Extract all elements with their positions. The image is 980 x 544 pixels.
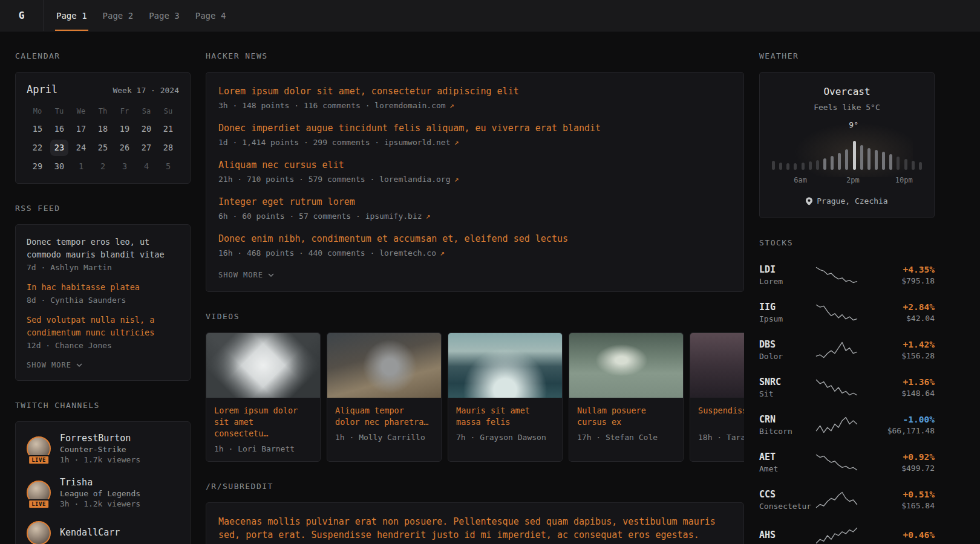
stock-change: +4.35% bbox=[901, 265, 935, 274]
external-link-icon[interactable]: ↗ bbox=[449, 101, 454, 110]
rss-item: Sed volutpat nulla nisl, a condimentum n… bbox=[27, 314, 179, 350]
stock-sparkline bbox=[815, 303, 858, 322]
weather-bar bbox=[802, 163, 805, 170]
video-thumbnail[interactable] bbox=[569, 333, 683, 398]
video-thumbnail[interactable] bbox=[690, 333, 744, 398]
stock-id: LDI Lorem bbox=[759, 264, 815, 286]
external-link-icon[interactable]: ↗ bbox=[440, 248, 445, 257]
calendar-day: 29 bbox=[27, 157, 48, 176]
weather-location-label: Prague, Czechia bbox=[817, 196, 887, 206]
stock-id: CCS Consectetur bbox=[759, 489, 815, 511]
calendar-day: 23 bbox=[50, 140, 68, 156]
page-tab[interactable]: Page 4 bbox=[194, 0, 227, 31]
twitch-channel[interactable]: KendallCarr bbox=[27, 521, 179, 544]
channel-name: Trisha bbox=[60, 477, 140, 488]
page-tab[interactable]: Page 3 bbox=[148, 0, 181, 31]
hn-item-meta: 21h · 710 points · 579 comments · loreml… bbox=[218, 175, 731, 184]
rss-item-title[interactable]: Donec tempor eros leo, ut commodo mauris… bbox=[27, 236, 179, 261]
stock-name: Lorem bbox=[759, 277, 815, 286]
calendar-section: Calendar April Week 17 · 2024 MoTuWeThFr… bbox=[15, 51, 191, 184]
hn-item-title[interactable]: Aliquam nec cursus elit bbox=[218, 158, 731, 172]
calendar-day: 2 bbox=[92, 157, 114, 176]
stock-change: +1.36% bbox=[901, 377, 935, 387]
video-title[interactable]: Nullam posuere cursus ex bbox=[577, 405, 675, 428]
stock-id: AHS bbox=[759, 529, 815, 542]
video-title[interactable]: Mauris sit amet massa felis bbox=[456, 405, 554, 428]
weather-bar bbox=[809, 161, 812, 170]
hn-item-title[interactable]: Donec imperdiet augue tincidunt felis al… bbox=[218, 121, 731, 135]
stock-row[interactable]: DBS Dolor +1.42% $156.28 bbox=[759, 331, 935, 369]
external-link-icon[interactable]: ↗ bbox=[454, 175, 459, 184]
app-logo[interactable]: G bbox=[0, 0, 44, 31]
stock-row[interactable]: CRN Bitcorn -1.00% $66,171.48 bbox=[759, 406, 935, 444]
external-link-icon[interactable]: ↗ bbox=[426, 212, 431, 221]
stock-values: +1.42% $156.28 bbox=[901, 340, 935, 360]
stock-change: +1.42% bbox=[901, 340, 935, 349]
twitch-section: Twitch Channels LIVE ForrestBurton Count… bbox=[15, 401, 191, 544]
page-tabs: Page 1 Page 2 Page 3 Page 4 bbox=[48, 0, 234, 31]
video-card[interactable]: Nullam posuere cursus ex 17h · Stefan Co… bbox=[569, 332, 684, 462]
rss-item-title[interactable]: Sed volutpat nulla nisl, a condimentum n… bbox=[27, 314, 179, 339]
calendar-day: 17 bbox=[70, 120, 92, 138]
calendar-day: 24 bbox=[70, 138, 92, 157]
video-meta: 7h · Grayson Dawson bbox=[456, 433, 554, 442]
weather-bar bbox=[845, 149, 848, 170]
stock-row[interactable]: AET Amet +0.92% $499.72 bbox=[759, 444, 935, 481]
calendar-day-header: Th bbox=[92, 103, 114, 120]
video-thumbnail[interactable] bbox=[206, 333, 320, 398]
video-title[interactable]: Aliquam tempor dolor nec pharetra… bbox=[335, 405, 433, 428]
hn-item-title[interactable]: Donec enim nibh, condimentum et accumsan… bbox=[218, 232, 731, 245]
video-card[interactable]: Suspendisse diam 18h · Tara Walton bbox=[690, 332, 744, 462]
video-card[interactable]: Lorem ipsum dolor sit amet consectetu… 1… bbox=[206, 332, 321, 462]
twitch-channel[interactable]: LIVE Trisha League of Legends 3h · 1.2k … bbox=[27, 477, 179, 508]
page-tab[interactable]: Page 2 bbox=[102, 0, 135, 31]
stocks-section-title: Stocks bbox=[759, 238, 935, 247]
twitch-channel[interactable]: LIVE ForrestBurton Counter-Strike 1h · 1… bbox=[27, 433, 179, 464]
channel-info: Trisha League of Legends 3h · 1.2k viewe… bbox=[60, 477, 140, 508]
stock-name: Sit bbox=[759, 389, 815, 398]
video-title[interactable]: Suspendisse diam bbox=[698, 405, 744, 428]
stock-row[interactable]: AHS +0.46% bbox=[759, 519, 935, 544]
stock-price: $66,171.48 bbox=[887, 426, 935, 435]
hn-item-meta-text: 16h · 468 points · 440 comments · loremt… bbox=[218, 248, 436, 257]
calendar-month: April bbox=[27, 83, 57, 96]
weather-bar bbox=[875, 150, 878, 170]
weather-bar bbox=[897, 157, 900, 170]
hn-item-title[interactable]: Lorem ipsum dolor sit amet, consectetur … bbox=[218, 85, 731, 98]
stock-ticker: IIG bbox=[759, 302, 815, 312]
weather-section-title: Weather bbox=[759, 51, 935, 60]
hn-item-meta-text: 1d · 1,414 points · 299 comments · ipsum… bbox=[218, 138, 451, 147]
calendar-week-year: Week 17 · 2024 bbox=[113, 86, 179, 95]
video-thumbnail[interactable] bbox=[327, 333, 441, 398]
weather-bar bbox=[919, 162, 922, 170]
calendar-day: 4 bbox=[136, 157, 157, 176]
show-more-button[interactable]: Show More bbox=[218, 271, 274, 279]
hn-item-meta: 1d · 1,414 points · 299 comments · ipsum… bbox=[218, 138, 731, 147]
channel-viewers: 1h · 1.7k viewers bbox=[60, 455, 140, 464]
page-tab[interactable]: Page 1 bbox=[55, 0, 88, 31]
stock-change: +0.46% bbox=[903, 530, 935, 540]
videos-section: Videos Lorem ipsum dolor sit amet consec… bbox=[206, 312, 744, 462]
calendar-day: 3 bbox=[114, 157, 136, 176]
calendar-day: 5 bbox=[157, 157, 179, 176]
video-card[interactable]: Aliquam tempor dolor nec pharetra… 1h · … bbox=[327, 332, 442, 462]
weather-bar bbox=[889, 154, 892, 170]
stock-row[interactable]: IIG Ipsum +2.84% $42.04 bbox=[759, 294, 935, 331]
video-thumbnail[interactable] bbox=[448, 333, 562, 398]
reddit-post-title[interactable]: Maecenas mollis pulvinar erat non posuer… bbox=[218, 515, 731, 542]
channel-game: League of Legends bbox=[60, 489, 140, 498]
stock-row[interactable]: SNRC Sit +1.36% $148.64 bbox=[759, 369, 935, 406]
video-meta: 1h · Lori Barnett bbox=[214, 444, 312, 453]
calendar-day-header: Tu bbox=[48, 103, 70, 120]
rss-item-title[interactable]: In hac habitasse platea bbox=[27, 281, 179, 294]
stock-price: $165.84 bbox=[901, 501, 935, 510]
external-link-icon[interactable]: ↗ bbox=[454, 138, 459, 147]
hn-item-title[interactable]: Integer eget rutrum lorem bbox=[218, 195, 731, 209]
video-card[interactable]: Mauris sit amet massa felis 7h · Grayson… bbox=[448, 332, 563, 462]
show-more-button[interactable]: Show More bbox=[27, 361, 82, 369]
stock-row[interactable]: CCS Consectetur +0.51% $165.84 bbox=[759, 481, 935, 519]
stock-ticker: CRN bbox=[759, 414, 815, 425]
channel-name: KendallCarr bbox=[60, 527, 120, 538]
stock-row[interactable]: LDI Lorem +4.35% $795.18 bbox=[759, 256, 935, 294]
video-title[interactable]: Lorem ipsum dolor sit amet consectetu… bbox=[214, 405, 312, 439]
